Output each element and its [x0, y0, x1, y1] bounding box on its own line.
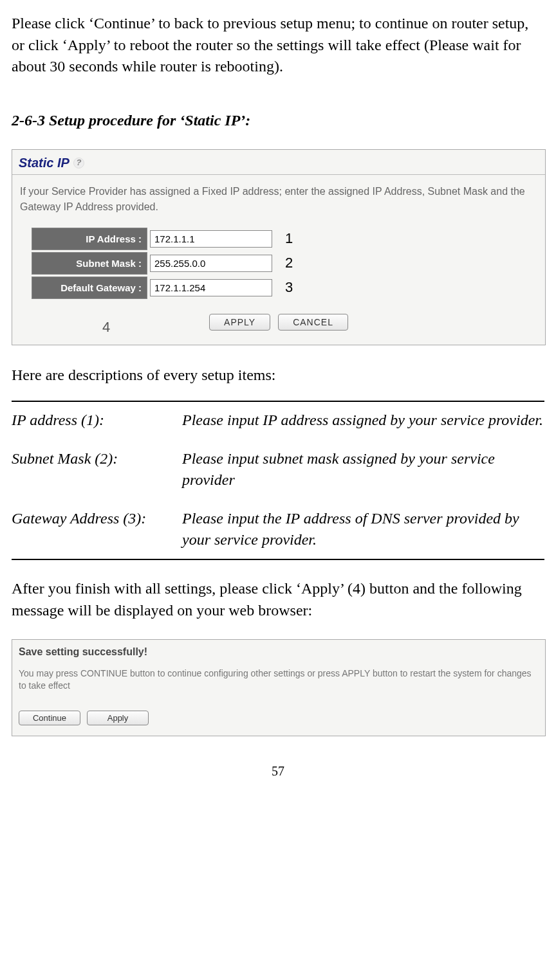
ip-address-input[interactable] — [150, 230, 272, 248]
continue-button[interactable]: Continue — [19, 711, 80, 725]
page-number: 57 — [12, 762, 544, 780]
after-paragraph: After you finish with all settings, plea… — [12, 578, 544, 621]
default-gateway-row: Default Gateway : 3 — [32, 277, 526, 299]
ip-address-label: IP Address : — [32, 228, 147, 250]
save-success-description: You may press CONTINUE button to continu… — [19, 667, 539, 693]
desc-term: Subnet Mask (2): — [12, 448, 182, 491]
cancel-button[interactable]: CANCEL — [278, 314, 348, 331]
default-gateway-label: Default Gateway : — [32, 277, 147, 299]
desc-term: IP address (1): — [12, 410, 182, 431]
save-success-screenshot: Save setting successfully! You may press… — [12, 639, 546, 736]
help-icon[interactable]: ? — [73, 158, 84, 168]
desc-row-ip-address: IP address (1): Please input IP address … — [12, 410, 544, 431]
static-ip-title-bar: Static IP ? — [12, 150, 545, 174]
callout-4: 4 — [102, 318, 110, 338]
ip-address-row: IP Address : 1 — [32, 228, 526, 250]
apply-button[interactable]: APPLY — [209, 314, 270, 331]
desc-def: Please input the IP address of DNS serve… — [182, 508, 544, 551]
save-success-buttons: Continue Apply — [19, 711, 539, 725]
static-ip-buttons: 4 APPLY CANCEL — [12, 306, 545, 345]
descriptions-table: IP address (1): Please input IP address … — [12, 401, 544, 560]
subnet-mask-label: Subnet Mask : — [32, 252, 147, 275]
desc-def: Please input IP address assigned by your… — [182, 410, 544, 431]
static-ip-description: If your Service Provider has assigned a … — [12, 184, 545, 228]
desc-row-subnet-mask: Subnet Mask (2): Please input subnet mas… — [12, 448, 544, 491]
static-ip-title-text: Static IP — [19, 154, 70, 172]
subnet-mask-row: Subnet Mask : 2 — [32, 252, 526, 275]
callout-1: 1 — [285, 229, 293, 249]
desc-def: Please input subnet mask assigned by you… — [182, 448, 544, 491]
intro-paragraph: Please click ‘Continue’ to back to previ… — [12, 13, 544, 78]
desc-row-gateway: Gateway Address (3): Please input the IP… — [12, 508, 544, 551]
static-ip-fields: IP Address : 1 Subnet Mask : 2 Default G… — [12, 228, 545, 306]
default-gateway-input[interactable] — [150, 279, 272, 296]
apply-button-2[interactable]: Apply — [87, 711, 149, 725]
save-success-title: Save setting successfully! — [19, 645, 539, 659]
descriptions-intro: Here are descriptions of every setup ite… — [12, 365, 544, 386]
section-heading: 2-6-3 Setup procedure for ‘Static IP’: — [12, 110, 544, 132]
subnet-mask-input[interactable] — [150, 255, 272, 272]
callout-2: 2 — [285, 253, 293, 273]
callout-3: 3 — [285, 278, 293, 298]
desc-term: Gateway Address (3): — [12, 508, 182, 551]
title-divider — [12, 174, 545, 175]
static-ip-screenshot: Static IP ? If your Service Provider has… — [12, 149, 546, 345]
